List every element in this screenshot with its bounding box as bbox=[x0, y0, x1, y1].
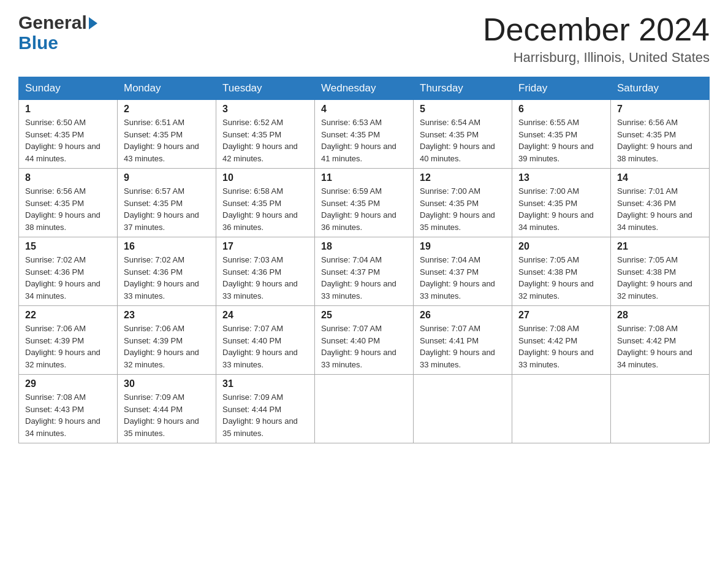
sunrise-time: 6:56 AM bbox=[56, 186, 86, 196]
day-cell: 18 Sunrise: 7:04 AM Sunset: 4:37 PM Dayl… bbox=[315, 237, 414, 306]
day-info: Sunrise: 6:50 AM Sunset: 4:35 PM Dayligh… bbox=[25, 117, 111, 164]
col-wednesday: Wednesday bbox=[315, 77, 414, 100]
daylight-label: Daylight: 9 hours and 37 minutes. bbox=[124, 210, 199, 232]
day-info: Sunrise: 6:59 AM Sunset: 4:35 PM Dayligh… bbox=[321, 185, 407, 233]
day-number: 31 bbox=[222, 378, 308, 389]
day-cell: 4 Sunrise: 6:53 AM Sunset: 4:35 PM Dayli… bbox=[315, 100, 414, 169]
day-cell: 14 Sunrise: 7:01 AM Sunset: 4:36 PM Dayl… bbox=[611, 169, 710, 237]
day-number: 23 bbox=[124, 310, 210, 321]
sunrise-label: Sunrise: bbox=[124, 186, 155, 196]
day-number: 11 bbox=[321, 172, 407, 183]
sunset-time: 4:35 PM bbox=[55, 130, 84, 139]
day-number: 26 bbox=[420, 310, 506, 321]
sunset-time: 4:36 PM bbox=[55, 267, 84, 277]
day-info: Sunrise: 6:56 AM Sunset: 4:35 PM Dayligh… bbox=[617, 117, 703, 164]
sunset-label: Sunset: bbox=[420, 336, 449, 345]
day-cell: 21 Sunrise: 7:05 AM Sunset: 4:38 PM Dayl… bbox=[611, 237, 710, 306]
day-info: Sunrise: 7:02 AM Sunset: 4:36 PM Dayligh… bbox=[25, 254, 111, 302]
day-cell: 22 Sunrise: 7:06 AM Sunset: 4:39 PM Dayl… bbox=[19, 306, 118, 375]
sunset-label: Sunset: bbox=[321, 267, 351, 277]
day-info: Sunrise: 7:07 AM Sunset: 4:41 PM Dayligh… bbox=[420, 323, 506, 370]
week-row-5: 29 Sunrise: 7:08 AM Sunset: 4:43 PM Dayl… bbox=[19, 375, 710, 443]
sunset-time: 4:39 PM bbox=[55, 336, 84, 345]
sunset-time: 4:35 PM bbox=[252, 130, 281, 139]
daylight-label: Daylight: 9 hours and 41 minutes. bbox=[321, 142, 396, 163]
day-info: Sunrise: 7:01 AM Sunset: 4:36 PM Dayligh… bbox=[617, 185, 703, 233]
sunrise-label: Sunrise: bbox=[617, 186, 648, 196]
sunset-label: Sunset: bbox=[25, 405, 55, 414]
day-number: 12 bbox=[420, 172, 506, 183]
sunrise-time: 7:08 AM bbox=[550, 324, 579, 333]
sunset-label: Sunset: bbox=[617, 199, 646, 208]
sunrise-label: Sunrise: bbox=[222, 186, 254, 196]
daylight-label: Daylight: 9 hours and 36 minutes. bbox=[222, 210, 298, 232]
sunset-time: 4:35 PM bbox=[252, 199, 281, 208]
logo-arrow-icon bbox=[89, 17, 97, 29]
sunrise-time: 7:03 AM bbox=[254, 255, 283, 264]
sunrise-label: Sunrise: bbox=[321, 324, 352, 333]
sunrise-time: 7:08 AM bbox=[648, 324, 678, 333]
day-number: 27 bbox=[518, 310, 604, 321]
week-row-4: 22 Sunrise: 7:06 AM Sunset: 4:39 PM Dayl… bbox=[19, 306, 710, 375]
sunrise-label: Sunrise: bbox=[222, 324, 254, 333]
sunset-label: Sunset: bbox=[124, 267, 153, 277]
day-number: 4 bbox=[321, 104, 407, 115]
sunset-time: 4:38 PM bbox=[548, 267, 577, 277]
daylight-label: Daylight: 9 hours and 35 minutes. bbox=[420, 210, 495, 232]
daylight-label: Daylight: 9 hours and 44 minutes. bbox=[25, 142, 100, 163]
sunset-label: Sunset: bbox=[222, 130, 252, 139]
sunset-time: 4:36 PM bbox=[153, 267, 183, 277]
day-info: Sunrise: 7:00 AM Sunset: 4:35 PM Dayligh… bbox=[518, 185, 604, 233]
sunrise-label: Sunrise: bbox=[124, 393, 155, 402]
sunset-time: 4:35 PM bbox=[153, 130, 183, 139]
daylight-label: Daylight: 9 hours and 34 minutes. bbox=[518, 210, 594, 232]
day-info: Sunrise: 6:54 AM Sunset: 4:35 PM Dayligh… bbox=[420, 117, 506, 164]
sunset-label: Sunset: bbox=[124, 336, 153, 345]
sunset-time: 4:35 PM bbox=[351, 130, 380, 139]
sunset-time: 4:35 PM bbox=[55, 199, 84, 208]
day-cell: 11 Sunrise: 6:59 AM Sunset: 4:35 PM Dayl… bbox=[315, 169, 414, 237]
sunrise-label: Sunrise: bbox=[420, 255, 451, 264]
sunrise-label: Sunrise: bbox=[25, 393, 56, 402]
daylight-label: Daylight: 9 hours and 42 minutes. bbox=[222, 142, 298, 163]
sunrise-time: 7:09 AM bbox=[254, 393, 283, 402]
day-cell: 12 Sunrise: 7:00 AM Sunset: 4:35 PM Dayl… bbox=[414, 169, 512, 237]
daylight-label: Daylight: 9 hours and 33 minutes. bbox=[222, 348, 298, 369]
daylight-label: Daylight: 9 hours and 34 minutes. bbox=[617, 348, 692, 369]
daylight-label: Daylight: 9 hours and 39 minutes. bbox=[518, 142, 594, 163]
day-cell bbox=[315, 375, 414, 443]
day-cell bbox=[611, 375, 710, 443]
sunrise-label: Sunrise: bbox=[25, 118, 56, 127]
day-number: 9 bbox=[124, 172, 210, 183]
month-title: December 2024 bbox=[483, 12, 710, 47]
day-number: 29 bbox=[25, 378, 111, 389]
day-info: Sunrise: 6:56 AM Sunset: 4:35 PM Dayligh… bbox=[25, 185, 111, 233]
col-tuesday: Tuesday bbox=[216, 77, 315, 100]
day-info: Sunrise: 7:09 AM Sunset: 4:44 PM Dayligh… bbox=[124, 391, 210, 439]
sunset-label: Sunset: bbox=[617, 336, 646, 345]
col-sunday: Sunday bbox=[19, 77, 118, 100]
day-cell: 8 Sunrise: 6:56 AM Sunset: 4:35 PM Dayli… bbox=[19, 169, 118, 237]
sunset-time: 4:37 PM bbox=[449, 267, 479, 277]
day-info: Sunrise: 7:00 AM Sunset: 4:35 PM Dayligh… bbox=[420, 185, 506, 233]
sunrise-time: 6:58 AM bbox=[254, 186, 283, 196]
sunrise-time: 6:51 AM bbox=[155, 118, 184, 127]
sunset-label: Sunset: bbox=[518, 267, 548, 277]
sunrise-time: 7:05 AM bbox=[550, 255, 579, 264]
sunset-time: 4:35 PM bbox=[153, 199, 183, 208]
sunset-time: 4:43 PM bbox=[55, 405, 84, 414]
day-cell: 7 Sunrise: 6:56 AM Sunset: 4:35 PM Dayli… bbox=[611, 100, 710, 169]
sunset-time: 4:35 PM bbox=[449, 199, 479, 208]
sunset-time: 4:35 PM bbox=[646, 130, 676, 139]
daylight-label: Daylight: 9 hours and 38 minutes. bbox=[617, 142, 692, 163]
sunrise-time: 7:06 AM bbox=[155, 324, 184, 333]
day-cell: 1 Sunrise: 6:50 AM Sunset: 4:35 PM Dayli… bbox=[19, 100, 118, 169]
sunrise-time: 6:57 AM bbox=[155, 186, 184, 196]
sunset-time: 4:36 PM bbox=[646, 199, 676, 208]
sunrise-label: Sunrise: bbox=[222, 393, 254, 402]
day-cell bbox=[414, 375, 512, 443]
day-info: Sunrise: 7:09 AM Sunset: 4:44 PM Dayligh… bbox=[222, 391, 308, 439]
day-cell: 26 Sunrise: 7:07 AM Sunset: 4:41 PM Dayl… bbox=[414, 306, 512, 375]
daylight-label: Daylight: 9 hours and 34 minutes. bbox=[617, 210, 692, 232]
daylight-label: Daylight: 9 hours and 34 minutes. bbox=[25, 416, 100, 438]
